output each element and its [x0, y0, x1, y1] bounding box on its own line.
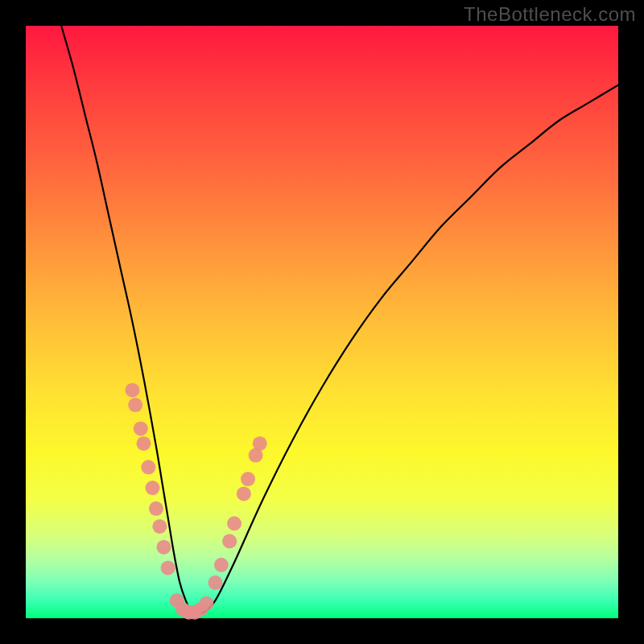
data-marker	[125, 383, 139, 398]
marker-layer	[125, 383, 266, 620]
data-marker	[237, 486, 251, 501]
data-marker	[149, 502, 163, 516]
data-marker	[222, 534, 237, 548]
data-marker	[156, 540, 171, 555]
data-marker	[199, 597, 213, 611]
data-marker	[136, 436, 151, 451]
data-marker	[141, 460, 155, 474]
data-marker	[241, 472, 255, 486]
watermark-text: TheBottleneck.com	[464, 3, 636, 26]
bottleneck-curve	[61, 26, 618, 613]
data-marker	[134, 421, 148, 436]
data-marker	[214, 558, 229, 572]
chart-frame: TheBottleneck.com	[0, 0, 644, 644]
data-marker	[208, 576, 223, 590]
data-marker	[161, 560, 175, 575]
data-marker	[227, 516, 242, 530]
plot-overlay	[26, 26, 618, 618]
data-marker	[253, 436, 267, 451]
data-marker	[128, 398, 142, 412]
data-marker	[152, 519, 167, 534]
data-marker	[146, 481, 160, 495]
